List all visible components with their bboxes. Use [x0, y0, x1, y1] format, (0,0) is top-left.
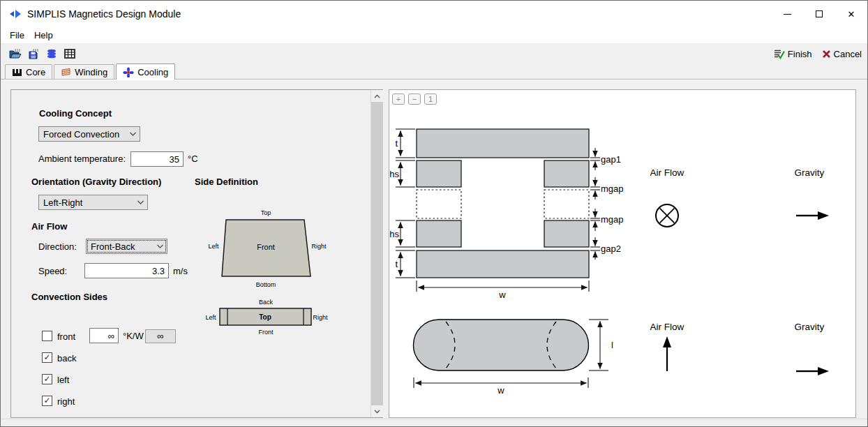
- finish-label: Finish: [788, 49, 812, 59]
- svg-text:mgap: mgap: [601, 183, 624, 194]
- front-resistance-input[interactable]: [89, 328, 119, 343]
- menu-file[interactable]: File: [5, 28, 29, 43]
- svg-text:Air Flow: Air Flow: [650, 167, 684, 178]
- minimize-button[interactable]: [771, 1, 803, 27]
- table-icon: [64, 48, 76, 59]
- svg-text:hs: hs: [390, 229, 399, 239]
- convection-back-label[interactable]: back: [57, 353, 76, 364]
- tab-cooling[interactable]: Cooling: [116, 63, 175, 80]
- convection-right-checkbox[interactable]: ✓: [42, 396, 52, 406]
- side-definition-heading: Side Definition: [195, 177, 258, 187]
- air-flow-heading: Air Flow: [31, 221, 67, 232]
- air-flow-direction-value: Front-Back: [91, 241, 135, 252]
- convection-left-checkbox[interactable]: ✓: [42, 374, 52, 384]
- menu-help[interactable]: Help: [29, 28, 58, 43]
- table-button[interactable]: [61, 45, 79, 62]
- cooling-concept-select[interactable]: Forced Convection: [38, 126, 140, 142]
- chevron-down-icon: [129, 131, 137, 137]
- svg-text:Gravity: Gravity: [795, 167, 825, 178]
- gravity-right-arrow-icon: [796, 367, 829, 375]
- infinity-button[interactable]: ∞: [145, 329, 176, 343]
- minimize-icon: [784, 14, 791, 15]
- window-title: SIMPLIS Magnetics Design Module: [27, 8, 181, 20]
- svg-text:Front: Front: [258, 329, 274, 336]
- svg-text:Left: Left: [208, 243, 219, 250]
- chevron-down-icon: [137, 200, 144, 205]
- gravity-right-arrow-icon: [796, 211, 829, 220]
- core-geometry-diagram: t hs hs t gap1 mgap mgap gap: [390, 108, 856, 417]
- cancel-x-icon: [822, 50, 831, 59]
- chevron-down-icon: [156, 244, 164, 249]
- svg-text:Back: Back: [259, 299, 274, 306]
- convection-sides-heading: Convection Sides: [31, 292, 107, 302]
- menu-bar: File Help: [1, 27, 867, 44]
- svg-text:t: t: [395, 259, 398, 269]
- database-icon: [46, 48, 57, 59]
- tab-winding[interactable]: Winding: [54, 64, 114, 79]
- cancel-label: Cancel: [834, 49, 862, 59]
- diagram-zoom-toolbar: + − 1: [392, 93, 437, 105]
- air-flow-direction-select[interactable]: Front-Back: [86, 239, 167, 254]
- tab-core[interactable]: Core: [5, 64, 52, 79]
- orientation-heading: Orientation (Gravity Direction): [31, 177, 161, 187]
- convection-front-checkbox[interactable]: [42, 331, 52, 341]
- svg-text:Left: Left: [205, 314, 216, 321]
- maximize-button[interactable]: [803, 1, 835, 27]
- database-button[interactable]: [43, 45, 61, 62]
- close-icon: ✕: [848, 9, 855, 20]
- save-button[interactable]: [24, 45, 43, 62]
- cooling-settings-panel: Cooling Concept Forced Convection Ambien…: [10, 89, 383, 418]
- status-bar: [1, 419, 868, 427]
- svg-text:l: l: [611, 340, 613, 350]
- scrollbar-thumb[interactable]: [371, 102, 383, 405]
- ambient-temperature-unit: °C: [188, 153, 198, 164]
- scroll-up-button[interactable]: [371, 90, 383, 102]
- svg-text:hs: hs: [390, 169, 399, 179]
- ambient-temperature-label: Ambient temperature:: [38, 153, 126, 164]
- svg-text:Bottom: Bottom: [256, 281, 276, 288]
- core-icon: [12, 67, 22, 77]
- speed-label: Speed:: [38, 266, 67, 276]
- close-button[interactable]: ✕: [835, 1, 867, 27]
- scroll-down-button[interactable]: [371, 405, 383, 417]
- svg-text:Front: Front: [257, 243, 275, 251]
- chevron-up-icon: [374, 94, 380, 98]
- svg-text:gap2: gap2: [601, 244, 621, 254]
- zoom-in-button[interactable]: +: [392, 93, 405, 105]
- svg-text:w: w: [498, 290, 506, 300]
- convection-right-label[interactable]: right: [57, 396, 75, 407]
- tab-core-label: Core: [26, 67, 45, 77]
- ambient-temperature-input[interactable]: [130, 151, 184, 167]
- open-button[interactable]: [6, 45, 24, 62]
- diagram-panel: + − 1: [389, 89, 856, 418]
- svg-text:mgap: mgap: [601, 214, 624, 225]
- direction-label: Direction:: [38, 241, 77, 252]
- svg-text:Top: Top: [261, 209, 271, 216]
- tab-winding-label: Winding: [75, 67, 107, 77]
- orientation-select[interactable]: Left-Right: [38, 195, 148, 210]
- left-panel-scrollbar: [371, 90, 382, 417]
- speed-unit: m/s: [173, 266, 188, 276]
- cancel-button[interactable]: Cancel: [822, 49, 862, 59]
- tab-cooling-label: Cooling: [137, 67, 168, 77]
- app-icon: [8, 9, 22, 19]
- zoom-reset-button[interactable]: 1: [424, 93, 437, 105]
- cooling-concept-heading: Cooling Concept: [39, 108, 112, 119]
- air-flow-speed-input[interactable]: [84, 263, 169, 278]
- side-definition-diagram: Top Left Front Right Bottom Back Left To…: [193, 205, 341, 339]
- convection-front-label[interactable]: front: [57, 331, 75, 342]
- save-icon: [28, 48, 40, 59]
- cooling-page: Cooling Concept Forced Convection Ambien…: [1, 80, 868, 419]
- zoom-out-button[interactable]: −: [408, 93, 421, 105]
- svg-text:gap1: gap1: [601, 154, 621, 165]
- svg-text:Gravity: Gravity: [795, 322, 825, 332]
- orientation-value: Left-Right: [43, 197, 82, 208]
- winding-icon: [61, 67, 71, 77]
- finish-button[interactable]: Finish: [774, 49, 812, 59]
- chevron-down-icon: [374, 410, 380, 414]
- convection-left-label[interactable]: left: [57, 375, 69, 385]
- cooling-fan-icon: [123, 67, 134, 77]
- toolbar: Finish Cancel: [1, 44, 867, 63]
- convection-back-checkbox[interactable]: ✓: [42, 352, 52, 363]
- svg-text:Right: Right: [311, 243, 327, 250]
